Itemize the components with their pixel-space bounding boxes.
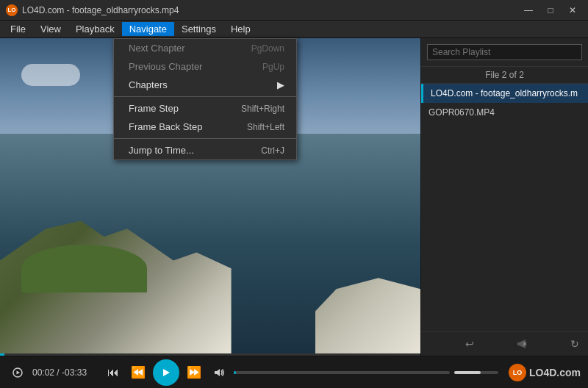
title-text: LO4D.com - footage_oldharryrocks.mp4 (22, 5, 179, 15)
volume-control (454, 371, 498, 374)
cloud1 (21, 64, 80, 86)
menu-file[interactable]: File (3, 22, 33, 36)
menu-chapters[interactable]: Chapters ▶ (114, 76, 296, 94)
maximize-button[interactable]: □ (541, 4, 560, 17)
volume-button[interactable] (209, 362, 229, 383)
logo-icon: LO (509, 364, 526, 381)
volume-bar[interactable] (454, 371, 498, 374)
volume-fill (454, 371, 481, 374)
progress-bar-fill (234, 371, 236, 374)
video-progress-bar[interactable] (0, 353, 420, 356)
menu-next-chapter[interactable]: Next Chapter PgDown (114, 39, 296, 57)
menu-playback[interactable]: Playback (68, 22, 122, 36)
menu-frame-back-step[interactable]: Frame Back Step Shift+Left (114, 118, 296, 136)
menu-help[interactable]: Help (223, 22, 258, 36)
sidebar-mute-button[interactable] (513, 335, 531, 353)
video-progress-fill (0, 353, 4, 356)
sidebar-forward-button[interactable]: ↩ (461, 335, 478, 353)
title-bar: LO LO4D.com - footage_oldharryrocks.mp4 … (0, 0, 588, 21)
svg-marker-3 (17, 370, 21, 374)
search-playlist-area (421, 38, 588, 67)
menu-jump-to-time[interactable]: Jump to Time... Ctrl+J (114, 141, 296, 159)
svg-marker-4 (163, 369, 170, 376)
close-button[interactable]: ✕ (563, 4, 582, 17)
menu-bar: File View Playback Navigate Settings Hel… (0, 21, 588, 38)
time-display: 00:02 / -03:33 (32, 367, 98, 378)
svg-marker-5 (215, 369, 220, 376)
title-controls: — □ ✕ (519, 4, 582, 17)
minimize-button[interactable]: — (519, 4, 538, 17)
separator-1 (114, 96, 296, 97)
progress-bar[interactable] (234, 371, 450, 374)
play-button[interactable] (153, 359, 179, 386)
sidebar-footer: ↩ ↻ (421, 331, 588, 356)
menu-navigate[interactable]: Navigate (122, 22, 174, 36)
play-pause-small-button[interactable] (7, 362, 28, 383)
title-bar-left: LO LO4D.com - footage_oldharryrocks.mp4 (6, 4, 179, 16)
navigate-dropdown: Next Chapter PgDown Previous Chapter PgU… (113, 38, 297, 160)
menu-frame-step[interactable]: Frame Step Shift+Right (114, 99, 296, 118)
logo-text: LO4D.com (529, 367, 581, 378)
skip-start-button[interactable]: ⏮ (103, 362, 123, 383)
land-green (21, 245, 148, 292)
playlist-item-2[interactable]: GOPR0670.MP4 (421, 103, 588, 122)
app-icon: LO (6, 4, 18, 16)
playlist-item-1[interactable]: LO4D.com - footage_oldharryrocks.m (421, 84, 588, 103)
fast-forward-button[interactable]: ⏩ (184, 362, 204, 383)
controls-bar: 00:02 / -03:33 ⏮ ⏪ ⏩ LO LO4D.com (0, 356, 588, 388)
sidebar-repeat-button[interactable]: ↻ (566, 335, 584, 353)
menu-view[interactable]: View (33, 22, 68, 36)
separator-2 (114, 138, 296, 139)
search-input-wrap[interactable] (427, 44, 582, 60)
sidebar: File 2 of 2 LO4D.com - footage_oldharryr… (420, 38, 588, 356)
search-input[interactable] (432, 47, 577, 57)
rewind-button[interactable]: ⏪ (128, 362, 148, 383)
menu-previous-chapter[interactable]: Previous Chapter PgUp (114, 57, 296, 76)
playlist-header: File 2 of 2 (421, 67, 588, 84)
logo-area: LO LO4D.com (509, 364, 581, 381)
menu-settings[interactable]: Settings (174, 22, 223, 36)
